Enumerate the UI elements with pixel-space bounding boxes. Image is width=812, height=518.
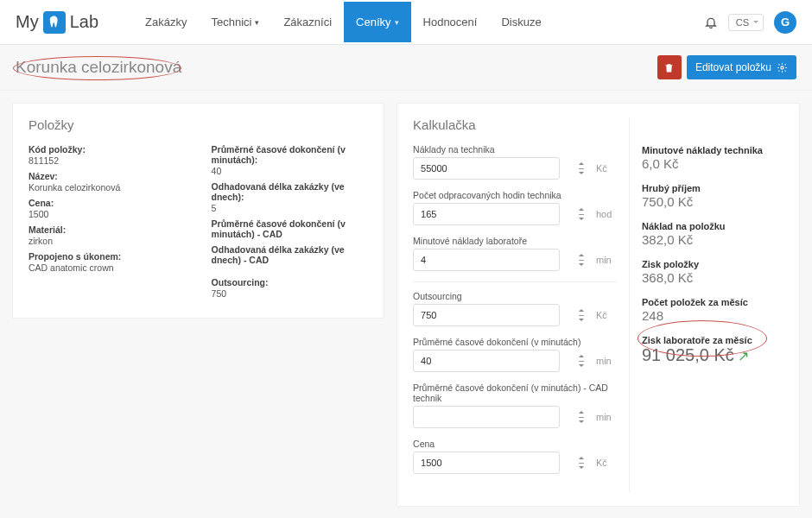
nav-zakaznici[interactable]: Zákazníci [271, 2, 344, 42]
nav-hodnoceni[interactable]: Hodnocení [411, 2, 490, 42]
propojeno-label: Propojeno s úkonem: [29, 251, 186, 262]
unit: Kč [596, 310, 617, 320]
field-prum-cas: Průměrné časové dokončení (v minutách) m… [413, 337, 617, 372]
sum-pocet-label: Počet položek za měsíc [642, 297, 785, 307]
calc-outsourcing-label: Outsourcing [413, 291, 617, 301]
field-outsourcing: Outsourcing Kč [413, 291, 617, 326]
kod-label: Kód položky: [29, 144, 186, 155]
field-hodin: Počet odpracovaných hodin technika hod [413, 190, 617, 225]
calc-prum-cas-cad-input[interactable] [413, 406, 560, 428]
calc-inputs: Kalkulačka Náklady na technika Kč Počet … [413, 117, 629, 492]
nav-zakazky[interactable]: Zakázky [133, 2, 199, 42]
items-card: Položky Kód položky:811152 Název:Korunka… [12, 103, 384, 319]
logo[interactable]: My Lab [16, 11, 98, 34]
naklady-tech-input-wrap [413, 157, 591, 180]
calc-prum-cas-cad-label: Průměrné časové dokončení (v minutách) -… [413, 382, 617, 403]
nav-ceniky[interactable]: Ceníky▾ [344, 2, 410, 42]
toolbar-actions: Editovat položku [657, 55, 796, 79]
calc-outsourcing-input[interactable] [413, 304, 560, 326]
calc-summary: Minutové náklady technika6,0 Kč Hrubý př… [629, 117, 785, 492]
naklady-tech-label: Náklady na technika [413, 144, 617, 155]
nazev-label: Název: [29, 171, 186, 181]
hodin-input[interactable] [413, 203, 560, 225]
sum-hruby-val: 750,0 Kč [642, 194, 785, 209]
material-value: zirkon [29, 236, 186, 246]
gear-icon [777, 62, 788, 73]
tooth-icon [43, 11, 66, 34]
prum-cas-cad-label: Průměrné časové dokončení (v minutách) -… [212, 218, 369, 239]
delete-button[interactable] [657, 55, 682, 79]
calc-cena-label: Cena [413, 439, 617, 449]
unit: min [596, 356, 617, 366]
sum-naklad-label: Náklad na položku [642, 221, 785, 231]
items-col-right: Průměrné časové dokončení (v minutách):4… [212, 144, 369, 304]
stepper-buttons[interactable] [579, 205, 587, 223]
field-min-naklady: Minutové náklady laboratoře min [413, 236, 617, 271]
unit: hod [596, 209, 617, 219]
sum-zisk-pol-label: Zisk položky [642, 259, 785, 269]
material-label: Materiál: [29, 224, 186, 235]
chevron-down-icon: ▾ [395, 18, 399, 27]
stepper-buttons[interactable] [579, 352, 587, 370]
propojeno-value: CAD anatomic crown [29, 262, 186, 273]
sum-naklad-val: 382,0 Kč [642, 232, 785, 247]
naklady-tech-input[interactable] [413, 157, 560, 180]
nazev-value: Korunka celozirkonová [29, 182, 186, 193]
language-select[interactable]: CS [728, 14, 764, 31]
items-col-left: Kód položky:811152 Název:Korunka celozir… [29, 144, 186, 304]
main-nav: Zakázky Technici▾ Zákazníci Ceníky▾ Hodn… [133, 2, 554, 42]
odhad-dny-value: 5 [212, 203, 369, 213]
items-title: Položky [29, 117, 368, 132]
kod-value: 811152 [29, 155, 186, 166]
svg-point-0 [781, 66, 783, 68]
calc-prum-cas-label: Průměrné časové dokončení (v minutách) [413, 337, 617, 347]
sum-min-tech-label: Minutové náklady technika [642, 145, 785, 155]
items-details: Kód položky:811152 Název:Korunka celozir… [29, 144, 368, 304]
field-cena: Cena Kč [413, 439, 617, 474]
trash-icon [663, 62, 675, 73]
unit: Kč [596, 163, 617, 174]
calc-title: Kalkulačka [413, 117, 617, 132]
nav-diskuze[interactable]: Diskuze [489, 2, 553, 42]
sum-hruby-label: Hrubý příjem [642, 183, 785, 193]
stepper-buttons[interactable] [579, 160, 587, 177]
outsourcing-value: 750 [212, 288, 369, 299]
unit: Kč [596, 458, 617, 468]
sum-zisk-lab-val: 91 025,0 Kč [642, 345, 734, 364]
min-naklady-input[interactable] [413, 249, 560, 271]
divider [413, 281, 617, 282]
logo-prefix: My [16, 12, 39, 32]
outsourcing-label: Outsourcing: [212, 277, 369, 287]
sum-zisk-pol-val: 368,0 Kč [642, 270, 785, 285]
nav-technici[interactable]: Technici▾ [199, 2, 271, 42]
avatar[interactable]: G [774, 11, 796, 34]
edit-button[interactable]: Editovat položku [687, 55, 796, 79]
min-naklady-label: Minutové náklady laboratoře [413, 236, 617, 246]
stepper-buttons[interactable] [579, 251, 587, 268]
calc-cena-input[interactable] [413, 452, 560, 474]
calc-prum-cas-input[interactable] [413, 350, 560, 372]
prum-cas-value: 40 [212, 166, 369, 176]
stepper-buttons[interactable] [579, 454, 587, 471]
logo-suffix: Lab [70, 12, 98, 32]
chevron-down-icon: ▾ [255, 18, 259, 27]
toolbar: Korunka celozirkonová Editovat položku [0, 45, 812, 91]
content: Položky Kód položky:811152 Název:Korunka… [0, 91, 812, 518]
cena-value: 1500 [29, 209, 186, 219]
stepper-buttons[interactable] [579, 306, 587, 324]
stepper-buttons[interactable] [579, 408, 587, 426]
field-naklady-tech: Náklady na technika Kč [413, 144, 617, 180]
topbar-right: CS G [704, 11, 796, 34]
field-prum-cas-cad: Průměrné časové dokončení (v minutách) -… [413, 382, 617, 428]
bell-icon[interactable] [704, 16, 718, 29]
unit: min [596, 255, 617, 265]
calculator-card: Kalkulačka Náklady na technika Kč Počet … [396, 103, 800, 507]
sum-total: Zisk laboratoře za měsíc 91 025,0 Kč↗ [642, 335, 785, 365]
odhad-dny-label: Odhadovaná délka zakázky (ve dnech): [212, 181, 369, 202]
hodin-label: Počet odpracovaných hodin technika [413, 190, 617, 200]
unit: min [596, 412, 617, 422]
arrow-up-icon: ↗ [738, 349, 749, 363]
page-title: Korunka celozirkonová [16, 58, 181, 77]
sum-pocet-val: 248 [642, 308, 785, 323]
sum-zisk-lab-label: Zisk laboratoře za měsíc [642, 335, 785, 345]
